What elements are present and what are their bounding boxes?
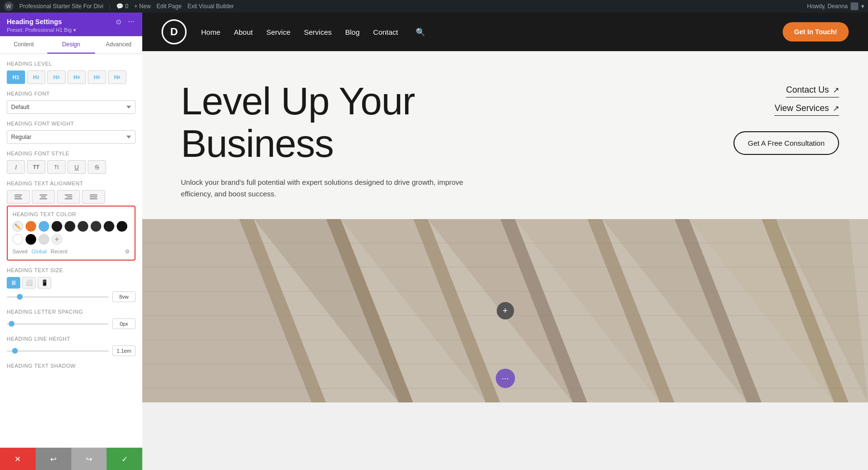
letter-spacing-value[interactable] [112, 318, 136, 329]
heading-text-shadow-label: Heading Text Shadow [7, 363, 136, 369]
hero-subtext: Unlock your brand's full potential with … [181, 177, 480, 200]
panel-settings-content: Heading Level H1 H2 H3 H4 H5 H6 Heading … [0, 54, 142, 447]
text-size-slider[interactable] [7, 296, 108, 298]
desktop-icon[interactable]: 🖥 [7, 277, 20, 289]
more-icon[interactable]: ⋯ [127, 17, 136, 26]
h6-button[interactable]: H6 [108, 70, 126, 84]
color-tab-global[interactable]: Global [31, 249, 47, 255]
heading-letter-spacing-label: Heading Letter Spacing [7, 309, 136, 315]
new-link[interactable]: + New [134, 3, 150, 10]
eyedropper-icon[interactable]: ✏️ [13, 221, 23, 232]
heading-font-weight-select[interactable]: Regular [7, 130, 136, 144]
letter-spacing-slider[interactable] [7, 323, 108, 325]
heading-font-select[interactable]: Default [7, 100, 136, 114]
contact-arrow-icon: ↗ [833, 85, 839, 95]
color-swatch-dark6[interactable] [117, 221, 127, 232]
user-menu-icon[interactable]: ▾ [861, 3, 864, 10]
color-swatch-dark3[interactable] [78, 221, 88, 232]
hero-left: Level Up Your Business Unlock your brand… [181, 80, 714, 200]
nav-about[interactable]: About [234, 28, 253, 36]
view-services-link[interactable]: View Services ↗ [774, 103, 839, 116]
line-height-slider-row [7, 346, 136, 356]
save-button[interactable]: ✓ [107, 448, 142, 470]
panel-header-icons: ⊙ ⋯ [114, 17, 136, 26]
free-consultation-button[interactable]: Get A Free Consultation [733, 131, 839, 155]
text-size-value[interactable] [112, 291, 136, 302]
exit-vb-link[interactable]: Exit Visual Builder [188, 3, 234, 10]
h4-button[interactable]: H4 [68, 70, 86, 84]
tab-design[interactable]: Design [47, 36, 95, 54]
align-justify-button[interactable] [82, 190, 105, 204]
align-center-button[interactable] [32, 190, 55, 204]
color-swatches-row2: + [13, 234, 130, 245]
admin-bar: W Professional Starter Site For Divi | 💬… [0, 0, 868, 13]
mobile-icon[interactable]: 📱 [38, 277, 51, 289]
h5-button[interactable]: H5 [88, 70, 106, 84]
h1-button[interactable]: H1 [7, 70, 25, 84]
capitalize-button[interactable]: Tt [47, 160, 66, 174]
color-tab-recent[interactable]: Recent [51, 249, 68, 255]
panel-preset[interactable]: Preset: Professional H1 Big ▾ [7, 27, 136, 33]
uppercase-button[interactable]: TT [27, 160, 45, 174]
color-tabs-row: Saved Global Recent ⚙ [13, 249, 130, 255]
italic-button[interactable]: I [7, 160, 25, 174]
heading-text-alignment-label: Heading Text Alignment [7, 180, 136, 186]
logo-letter: D [170, 26, 178, 38]
wp-logo-icon[interactable]: W [4, 1, 14, 11]
tab-advanced[interactable]: Advanced [95, 36, 142, 54]
align-left-button[interactable] [7, 190, 30, 204]
line-height-value[interactable] [112, 346, 136, 356]
underline-button[interactable]: U [68, 160, 86, 174]
site-navigation: D Home About Service Services Blog Conta… [142, 13, 868, 51]
more-options-button[interactable]: ··· [496, 369, 515, 388]
color-swatch-lightgray[interactable] [39, 234, 49, 245]
color-swatch-black[interactable] [26, 234, 36, 245]
color-swatch-orange[interactable] [26, 221, 36, 232]
contact-us-link[interactable]: Contact Us ↗ [786, 85, 839, 97]
color-swatches-row1: ✏️ [13, 221, 130, 232]
nav-links: Home About Service Services Blog Contact… [201, 28, 425, 37]
howdy-section: Howdy, Deanna ▾ [807, 2, 865, 10]
color-settings-icon[interactable]: ⚙ [125, 249, 130, 255]
color-swatch-dark2[interactable] [65, 221, 75, 232]
user-avatar-icon[interactable] [851, 2, 858, 10]
color-swatch-white[interactable] [13, 234, 23, 245]
align-right-button[interactable] [57, 190, 80, 204]
tab-content[interactable]: Content [0, 36, 47, 54]
hero-heading: Level Up Your Business [181, 80, 714, 165]
color-swatch-dark1[interactable] [52, 221, 62, 232]
color-swatch-blue[interactable] [39, 221, 49, 232]
nav-contact[interactable]: Contact [373, 28, 398, 36]
heading-alignment-row [7, 190, 136, 204]
nav-services[interactable]: Services [304, 28, 332, 36]
heading-text-size-label: Heading Text Size [7, 267, 136, 273]
nav-cta-button[interactable]: Get In Touch! [783, 22, 849, 41]
color-tab-saved[interactable]: Saved [13, 249, 27, 255]
nav-service[interactable]: Service [266, 28, 290, 36]
separator: | [109, 3, 110, 10]
panel-header: Heading Settings ⊙ ⋯ Preset: Professiona… [0, 13, 142, 36]
heading-text-color-label: Heading Text Color [13, 211, 130, 217]
undo-button[interactable]: ↩ [36, 448, 71, 470]
color-swatch-dark5[interactable] [104, 221, 114, 232]
h2-button[interactable]: H2 [27, 70, 45, 84]
redo-button[interactable]: ↪ [71, 448, 107, 470]
edit-page-link[interactable]: Edit Page [157, 3, 182, 10]
tablet-icon[interactable]: ⬜ [22, 277, 36, 289]
cancel-button[interactable]: ✕ [0, 448, 36, 470]
nav-home[interactable]: Home [201, 28, 220, 36]
comment-icon[interactable]: 💬 0 [116, 3, 128, 10]
heading-font-style-row: I TT Tt U S [7, 160, 136, 174]
sync-icon[interactable]: ⊙ [114, 17, 123, 26]
letter-spacing-slider-row [7, 318, 136, 329]
add-content-button[interactable]: + [497, 302, 514, 319]
h3-button[interactable]: H3 [47, 70, 66, 84]
heading-font-weight-label: Heading Font Weight [7, 121, 136, 126]
strikethrough-button[interactable]: S [88, 160, 106, 174]
search-icon[interactable]: 🔍 [416, 28, 425, 37]
line-height-slider[interactable] [7, 350, 108, 352]
heading-line-height-label: Heading Line Height [7, 336, 136, 342]
add-color-button[interactable]: + [52, 234, 62, 245]
color-swatch-dark4[interactable] [91, 221, 101, 232]
nav-blog[interactable]: Blog [345, 28, 360, 36]
